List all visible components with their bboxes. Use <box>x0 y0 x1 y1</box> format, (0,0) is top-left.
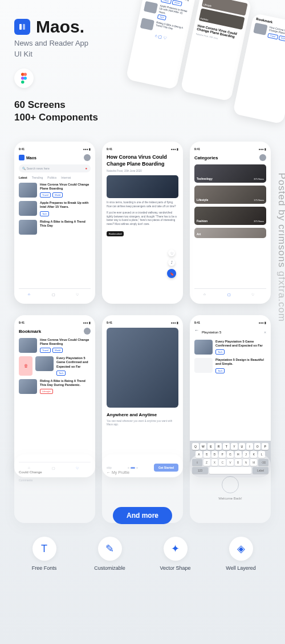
page-title: Bookmark <box>19 329 41 334</box>
onboard-image <box>107 328 178 408</box>
layers-icon: ◈ <box>229 537 253 561</box>
nav-home-icon[interactable]: ⌂ <box>28 292 34 298</box>
onboard-title: Anywhere and Anytime <box>107 412 178 417</box>
page-title: Categories <box>194 155 218 160</box>
category-card[interactable]: Technology375 News <box>194 164 266 183</box>
feature: ✦Vector Shape <box>145 537 205 571</box>
page: Maos. News and Reader App UI Kit 60 Scre… <box>0 0 285 644</box>
bottom-nav: ⌂ ▢ ♡ <box>19 288 91 298</box>
bottom-nav: ⌂ ▢ ♡ <box>194 288 266 298</box>
fab-group: ♡ ⤴ 🔖 <box>167 249 176 278</box>
search-input[interactable]: 🔍 Search news here ● <box>19 164 91 172</box>
list-item[interactable]: Riding A Bike is Being A Trend This Day <box>19 220 91 235</box>
feature: TFree Fonts <box>14 537 74 571</box>
svg-rect-1 <box>23 24 25 30</box>
bookmark-button[interactable]: 🔖 <box>167 269 176 278</box>
bookmarked-toast: Bookmarked <box>107 231 124 236</box>
list-item[interactable]: How Corona Virus Could Change Plane Boar… <box>19 183 91 198</box>
feature: ◈Well Layered <box>211 537 271 571</box>
nav-grid-icon[interactable]: ▢ <box>227 292 233 298</box>
nav-home-icon[interactable]: ⌂ <box>203 292 209 298</box>
list-item[interactable]: Riding A Bike is Being A Trend This Day … <box>19 379 91 394</box>
list-item[interactable]: Every Playstation 5 Game Confirmed and E… <box>194 340 266 355</box>
thumbnail <box>19 220 37 235</box>
article-paragraph: In virus terms, boarding is one of the r… <box>107 201 178 209</box>
avatar[interactable] <box>84 154 91 161</box>
back-icon[interactable]: ← <box>194 328 199 333</box>
thumbnail <box>19 183 37 198</box>
search-query[interactable]: Playstation 5 <box>202 331 261 334</box>
key[interactable]: T <box>223 443 230 450</box>
screen-onboarding: 9:41●●● ▮ Anywhere and Anytime You can r… <box>102 315 183 477</box>
thumbnail <box>19 338 37 353</box>
brand-name: Maos. <box>36 17 84 37</box>
vector-icon: ✦ <box>164 537 188 561</box>
article-image <box>107 175 178 198</box>
svg-point-3 <box>23 73 27 77</box>
avatar[interactable] <box>259 154 266 161</box>
nav-grid-icon[interactable]: ▢ <box>52 292 58 298</box>
nav-bookmark-icon[interactable]: ♡ <box>76 292 82 298</box>
thumbnail <box>194 358 213 373</box>
svg-point-6 <box>21 80 25 84</box>
customize-icon: ✎ <box>98 537 122 561</box>
onboard-text: You can read wherever you want & anytime… <box>107 420 178 427</box>
delete-action[interactable]: 🗑 <box>19 356 32 375</box>
category-card[interactable]: Art <box>194 228 266 238</box>
screens-row-1: 9:41●●● ▮ Maos 🔍 Search news here ● Late… <box>0 136 285 309</box>
tabs: Latest Trending Politics Internat <box>19 176 91 179</box>
key[interactable]: W <box>200 443 207 450</box>
share-button[interactable]: ⤴ <box>168 259 175 266</box>
screen-home: 9:41●●● ▮ Maos 🔍 Search news here ● Late… <box>14 142 95 304</box>
list-item[interactable]: Apple Prepares to Break Up with Intel Af… <box>19 201 91 216</box>
key[interactable]: Y <box>231 443 238 450</box>
avatar[interactable] <box>84 328 91 335</box>
category-card[interactable]: Lifestyle175 News <box>194 186 266 204</box>
nav-bookmark-icon[interactable]: ♡ <box>251 292 257 298</box>
tab-politics[interactable]: Politics <box>47 176 56 179</box>
thumbnail <box>35 356 54 371</box>
thumbnail <box>19 201 37 216</box>
screen-article: 9:41●●● ▮ How Corona Virus Could Change … <box>102 142 183 304</box>
status-time: 9:41 <box>19 147 25 151</box>
logo-icon <box>19 155 25 160</box>
key[interactable]: U <box>239 443 246 450</box>
article-meta: Natasha Frost, 15th June 2020 <box>107 170 178 172</box>
thumbnail <box>194 340 213 355</box>
list-item[interactable]: How Corona Virus Could Change Plane Boar… <box>19 338 91 353</box>
and-more-button[interactable]: And more <box>113 507 172 524</box>
tab-international[interactable]: Internat <box>61 176 71 179</box>
category-card[interactable]: Fashion375 News <box>194 207 266 225</box>
key[interactable]: P <box>262 443 268 450</box>
key[interactable]: O <box>254 443 261 450</box>
tab-latest[interactable]: Latest <box>19 176 27 179</box>
screen-search: 9:41●●● ▮ ← Playstation 5 ✕ Every Playst… <box>190 315 271 477</box>
thumbnail <box>19 379 37 394</box>
article-title: How Corona Virus Could Change Plane Boar… <box>107 154 178 167</box>
feature: ✎Customizable <box>80 537 140 571</box>
mic-icon[interactable]: ● <box>85 167 87 170</box>
svg-point-5 <box>23 77 27 80</box>
screen-categories: 9:41●●● ▮ Categories Technology375 News … <box>190 142 271 304</box>
screen-bookmark: 9:41●●● ▮ Bookmark How Corona Virus Coul… <box>14 315 95 477</box>
article-paragraph: If you've ever queued on a crowded walkw… <box>107 211 178 227</box>
hero: Maos. News and Reader App UI Kit 60 Scre… <box>0 0 285 136</box>
status-icons: ●●● ▮ <box>83 147 91 151</box>
clear-icon[interactable]: ✕ <box>264 331 266 334</box>
tab-trending[interactable]: Trending <box>32 176 43 179</box>
like-button[interactable]: ♡ <box>168 249 175 256</box>
key[interactable]: I <box>246 443 253 450</box>
key[interactable]: Q <box>192 443 199 450</box>
list-item-swipe[interactable]: 🗑 Every Playstation 5 Game Confirmed and… <box>19 356 91 375</box>
and-more: And more <box>0 500 285 531</box>
logo-icon <box>14 19 30 35</box>
stat-components: 100+ Components <box>14 112 271 123</box>
fonts-icon: T <box>32 537 56 561</box>
svg-rect-0 <box>19 24 22 30</box>
key[interactable]: E <box>207 443 214 450</box>
list-item[interactable]: Playstation 5 Design is Beautiful and Si… <box>194 358 266 373</box>
figma-icon <box>14 69 34 88</box>
home-logo: Maos <box>19 155 36 160</box>
watermark: Posted by crimsons gfxtra.com <box>276 173 285 322</box>
key[interactable]: R <box>215 443 222 450</box>
